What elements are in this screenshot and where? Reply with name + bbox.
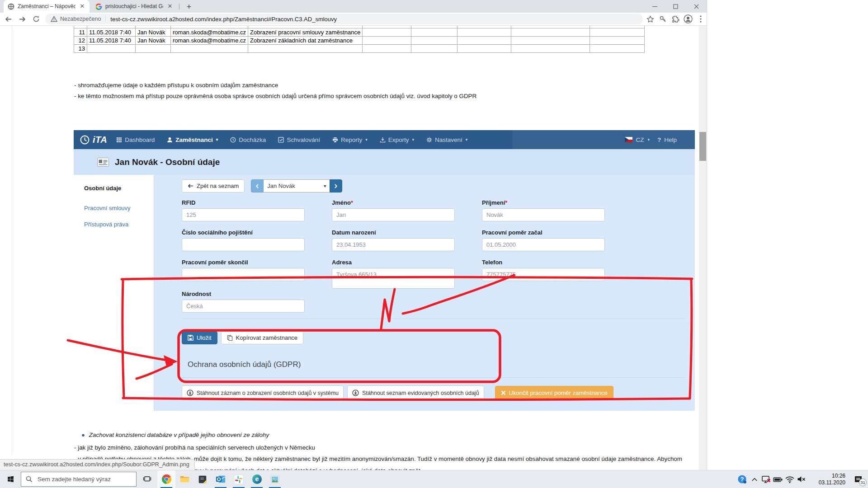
download-personal-data-list-button[interactable]: Stáhnout seznam evidovaných osobních úda…: [347, 385, 484, 400]
nav-reporty[interactable]: Reporty▾: [332, 136, 368, 143]
close-window-button[interactable]: [686, 0, 707, 13]
tab-close-icon[interactable]: ✕: [79, 3, 86, 10]
page-scrollbar[interactable]: [699, 26, 707, 470]
back-button[interactable]: [2, 14, 14, 24]
password-key-icon[interactable]: [657, 14, 668, 24]
table-cell: [458, 37, 511, 45]
cell-email: roman.skoda@mobatime.cz: [171, 28, 248, 37]
employee-select[interactable]: Jan Novák▾: [264, 179, 330, 192]
terminate-employment-button[interactable]: Ukončit pracovní poměr zaměstnance: [495, 386, 613, 400]
table-cell: [458, 45, 511, 53]
ssn-field[interactable]: [182, 238, 305, 251]
extension-puzzle-icon[interactable]: [670, 14, 681, 24]
table-cell: [590, 45, 645, 53]
tab-divider: [179, 4, 179, 9]
reload-button[interactable]: [30, 14, 42, 24]
birthdate-field[interactable]: [332, 238, 455, 251]
tab-close-icon[interactable]: ✕: [166, 3, 174, 10]
app-logo[interactable]: iTA: [74, 135, 116, 145]
next-employee-button[interactable]: [330, 179, 342, 192]
globe-favicon-icon: [7, 3, 14, 10]
nav-schvalovani[interactable]: Schvalování: [278, 136, 320, 143]
start-button[interactable]: [0, 470, 21, 488]
new-tab-button[interactable]: +: [184, 1, 194, 12]
taskbar-chrome-icon[interactable]: [157, 470, 175, 488]
previous-employee-button[interactable]: [251, 179, 264, 192]
window-controls: [644, 0, 707, 13]
taskbar-search-input[interactable]: [37, 475, 132, 483]
phone-field[interactable]: [482, 268, 605, 281]
language-selector[interactable]: CZ: [636, 136, 644, 143]
save-button[interactable]: Uložit: [182, 331, 217, 344]
access-log-table: 1111.05.2018 7:40Jan Novákroman.skoda@mo…: [74, 26, 645, 53]
windows-logo-icon: [7, 475, 14, 483]
tray-display-disconnected-icon[interactable]: [760, 470, 772, 488]
table-cell: [590, 28, 645, 37]
tray-battery-icon[interactable]: [772, 470, 784, 488]
page-title: Jan Novák - Osobní údaje: [115, 157, 220, 167]
table-cell: [363, 28, 411, 37]
task-view-button[interactable]: [137, 470, 157, 488]
tray-wifi-icon[interactable]: [784, 470, 796, 488]
table-cell: [511, 37, 590, 45]
menu-kebab-icon[interactable]: [695, 14, 706, 24]
grid-icon: [116, 137, 122, 143]
maximize-button[interactable]: [665, 0, 686, 13]
required-mark: *: [351, 199, 353, 206]
lastname-field[interactable]: [482, 208, 605, 221]
form-divider: [182, 319, 686, 319]
tab-google-search[interactable]: prislouchajici - Hledat Googlem ✕: [91, 0, 177, 13]
gdpr-heading-divider: [182, 377, 686, 378]
nav-zamestnanci[interactable]: Zaměstnanci▾: [167, 136, 218, 143]
nav-exporty[interactable]: Exporty▾: [380, 136, 414, 143]
tab-zamestnanci[interactable]: Zaměstnanci – Nápověda ✕: [4, 0, 90, 13]
caret-down-icon: ▾: [365, 137, 368, 142]
taskbar-outlook-icon[interactable]: [212, 470, 230, 488]
employment-end-field[interactable]: [182, 268, 305, 281]
app-navbar: iTA Dashboard Zaměstnanci▾ Docházka: [74, 130, 695, 149]
help-question-icon: ?: [657, 136, 661, 143]
employment-start-field[interactable]: [482, 238, 605, 251]
sidebar-item-pristupova-prava[interactable]: Přístupová práva: [84, 221, 128, 228]
firstname-field[interactable]: [332, 208, 455, 221]
firstname-label: Jméno*: [332, 199, 455, 206]
copy-icon: [227, 335, 233, 341]
back-to-list-button[interactable]: Zpět na seznam: [182, 179, 245, 192]
taskbar-photos-icon[interactable]: [266, 470, 284, 488]
rfid-field[interactable]: [182, 208, 305, 221]
table-cell: [171, 45, 248, 53]
tray-help-icon[interactable]: ?: [735, 470, 749, 488]
notification-center-button[interactable]: 31: [849, 470, 868, 488]
nav-dochazka[interactable]: Docházka: [230, 136, 266, 143]
nav-nastaveni[interactable]: Nastavení▾: [426, 136, 467, 143]
browser-window: Zaměstnanci – Nápověda ✕ prislouchajici …: [0, 0, 707, 470]
x-icon: [501, 390, 506, 395]
nationality-field[interactable]: [182, 300, 305, 313]
table-cell: [458, 28, 511, 37]
caret-down-icon: ▾: [466, 137, 468, 142]
sidebar-item-pracovni-smlouvy[interactable]: Pracovní smlouvy: [84, 205, 131, 211]
copy-employee-button[interactable]: Kopírovat zaměstnance: [221, 331, 304, 344]
download-access-log-button[interactable]: Stáhnout záznam o zobrazení osobních úda…: [182, 385, 344, 400]
minimize-button[interactable]: [644, 0, 665, 13]
profile-avatar[interactable]: [683, 14, 693, 24]
cell-datetime: 11.05.2018 7:40: [87, 37, 136, 45]
bookmark-star-icon[interactable]: [645, 14, 656, 24]
id-card-icon: [97, 158, 109, 167]
help-link[interactable]: Help: [664, 136, 677, 143]
taskbar-clock[interactable]: 10:26 03.11.2020: [810, 473, 845, 486]
app-body: Osobní údaje Pracovní smlouvy Přístupová…: [74, 175, 695, 411]
taskbar-explorer-icon[interactable]: [175, 470, 193, 488]
nav-dashboard[interactable]: Dashboard: [116, 136, 155, 143]
sidebar-item-osobni-udaje[interactable]: Osobní údaje: [84, 185, 121, 192]
scrollbar-thumb[interactable]: [699, 132, 706, 161]
address-bar[interactable]: Nezabezpečeno test-cs-cz.zwswikiroot.a2h…: [45, 14, 643, 24]
tray-chevron-up-icon[interactable]: [749, 470, 760, 488]
taskbar-edge-icon[interactable]: e: [248, 470, 266, 488]
tray-volume-muted-icon[interactable]: [796, 470, 807, 488]
taskbar-search[interactable]: [21, 472, 137, 487]
taskbar-slack-icon[interactable]: [230, 470, 248, 488]
address-field[interactable]: Tyršova 665/13: [332, 268, 455, 289]
forward-button[interactable]: [16, 14, 28, 24]
taskbar-notes-app-icon[interactable]: [193, 470, 212, 488]
